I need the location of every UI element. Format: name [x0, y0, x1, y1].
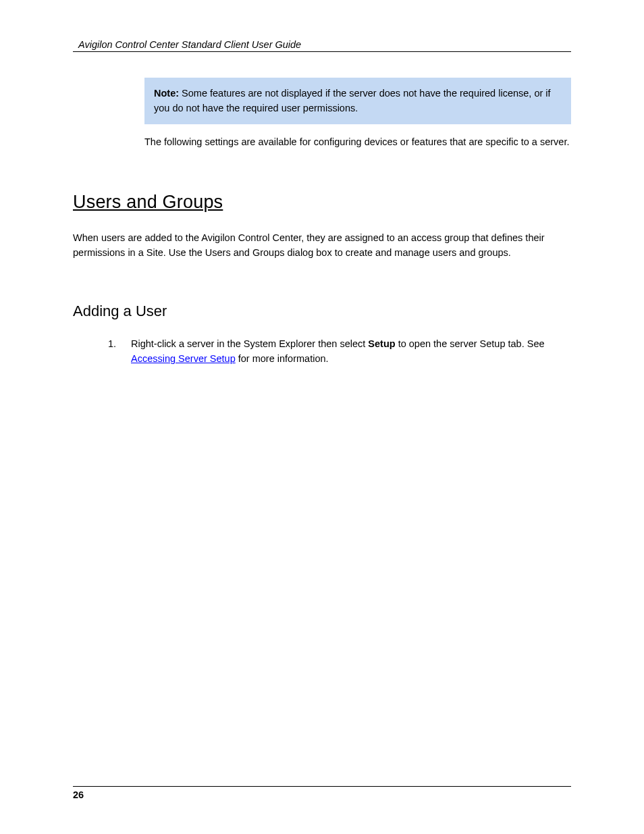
step-list: Right-click a server in the System Explo…: [97, 336, 571, 367]
header-title: Avigilon Control Center Standard Client …: [73, 39, 571, 50]
subsection-heading: Adding a User: [73, 303, 571, 320]
page-content: Note: Some features are not displayed if…: [73, 52, 571, 786]
list-item: Right-click a server in the System Explo…: [97, 336, 571, 367]
step-text-post2: for more information.: [236, 353, 329, 364]
section-description: When users are added to the Avigilon Con…: [73, 230, 571, 261]
page-header: Avigilon Control Center Standard Client …: [73, 39, 571, 52]
note-text: Some features are not displayed if the s…: [154, 88, 551, 113]
cross-reference-link[interactable]: Accessing Server Setup: [131, 353, 236, 364]
page-footer: 26: [73, 786, 571, 800]
step-text-post: to open the server Setup tab. See: [396, 338, 545, 349]
document-page: Avigilon Control Center Standard Client …: [0, 0, 644, 834]
step-text-bold: Setup: [368, 338, 395, 349]
note-callout: Note: Some features are not displayed if…: [144, 78, 571, 124]
note-label: Note:: [154, 88, 179, 99]
page-number: 26: [73, 789, 84, 800]
section-heading: Users and Groups: [73, 192, 571, 213]
intro-paragraph: The following settings are available for…: [144, 135, 571, 150]
step-text-pre: Right-click a server in the System Explo…: [131, 338, 368, 349]
